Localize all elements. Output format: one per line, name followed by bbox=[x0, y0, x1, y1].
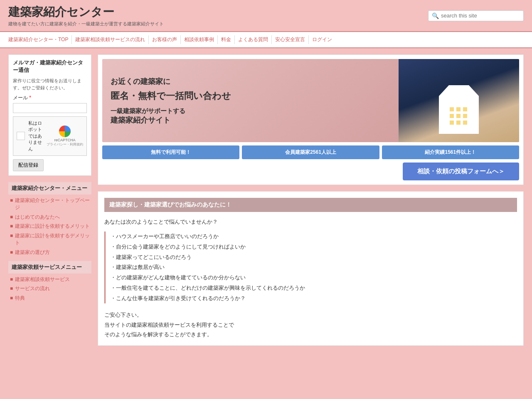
site-title: 建築家紹介センター bbox=[8, 4, 164, 20]
stat-free[interactable]: 無料で利用可能！ bbox=[102, 145, 239, 159]
problems-list: ・ハウスメーカーや工務店でいいのだろうか・自分に会う建築家をどのようにして見つけ… bbox=[104, 232, 517, 303]
main-nav: 建築家紹介センター・TOP建築家相談依頼サービスの流れお客様の声相談依頼事例料金… bbox=[0, 31, 532, 48]
recaptcha-text: 私はロボットではありません bbox=[28, 120, 43, 152]
stat-members[interactable]: 会員建築家2561人以上 bbox=[242, 145, 379, 159]
window bbox=[456, 107, 461, 111]
window bbox=[463, 121, 467, 125]
header-title-block: 建築家紹介センター 建物を建てたい方に建築家を紹介・一級建築士が運営する建築家紹… bbox=[8, 4, 164, 27]
problem-item-2: ・建築家ってどこにいるのだろう bbox=[111, 252, 517, 263]
main-content: お近くの建築家に 匿名・無料で一括問い合わせ 一級建築家がサポートする 建築家紹… bbox=[98, 54, 524, 346]
menu1-item-2[interactable]: 建築家に設計を依頼するメリット bbox=[15, 223, 90, 230]
building-illustration bbox=[399, 59, 519, 142]
list-item: ■建築家に設計を依頼するデメリット bbox=[8, 232, 91, 246]
bullet-icon: ■ bbox=[10, 197, 13, 203]
menu2-item-0[interactable]: 建築家相談依頼サービス bbox=[15, 276, 70, 283]
menu1-item-1[interactable]: はじめてのあなたへ bbox=[15, 214, 60, 221]
menu1-title: 建築家紹介センター・メニュー bbox=[8, 182, 91, 195]
header: 建築家紹介センター 建物を建てたい方に建築家を紹介・一級建築士が運営する建築家紹… bbox=[0, 0, 532, 31]
banner-image: お近くの建築家に 匿名・無料で一括問い合わせ 一級建築家がサポートする 建築家紹… bbox=[102, 59, 519, 142]
menu2-item-1[interactable]: サービスの流れ bbox=[15, 285, 50, 292]
menu1-item-3[interactable]: 建築家に設計を依頼するデメリット bbox=[15, 232, 91, 246]
nav-item-0[interactable]: 建築家紹介センター・TOP bbox=[8, 35, 72, 44]
problem-item-0: ・ハウスメーカーや工務店でいいのだろうか bbox=[111, 232, 517, 242]
search-input[interactable] bbox=[441, 12, 520, 19]
list-item: ■建築家相談依頼サービス bbox=[8, 276, 91, 283]
recaptcha-label: 私はロボットではありません bbox=[28, 120, 43, 152]
bullet-icon: ■ bbox=[10, 295, 13, 301]
reassurance-line-1: 当サイトの建築家相談依頼サービスを利用することで bbox=[104, 320, 517, 330]
menu1-list: ■建築家紹介センター・トップページ■はじめてのあなたへ■建築家に設計を依頼するメ… bbox=[8, 197, 91, 256]
required-indicator: * bbox=[29, 95, 31, 101]
nav-item-3[interactable]: 相談依頼事例 bbox=[181, 35, 218, 44]
bullet-icon: ■ bbox=[10, 286, 13, 291]
problem-item-1: ・自分に会う建築家をどのようにして見つければよいか bbox=[111, 242, 517, 252]
window bbox=[463, 114, 467, 118]
banner-stats: 無料で利用可能！ 会員建築家2561人以上 紹介実績1561件以上！ bbox=[102, 145, 519, 159]
search-box[interactable]: 🔍 bbox=[428, 10, 524, 21]
list-item: ■特典 bbox=[8, 295, 91, 302]
bullet-icon: ■ bbox=[10, 233, 13, 239]
menu1-item-0[interactable]: 建築家紹介センター・トップページ bbox=[15, 197, 91, 211]
intro-text: あなたは次のようなことで悩んでいませんか？ bbox=[104, 217, 517, 227]
email-input[interactable] bbox=[13, 103, 87, 113]
window bbox=[450, 107, 454, 111]
bullet-icon: ■ bbox=[10, 276, 13, 282]
stat-cases[interactable]: 紹介実績1561件以上！ bbox=[382, 145, 519, 159]
list-item: ■建築家紹介センター・トップページ bbox=[8, 197, 91, 211]
window bbox=[463, 107, 467, 111]
menu2-title: 建築家依頼サービスメニュー bbox=[8, 261, 91, 273]
recaptcha-logo bbox=[59, 126, 71, 137]
menu2-list: ■建築家相談依頼サービス■サービスの流れ■特典 bbox=[8, 276, 91, 302]
nav-item-5[interactable]: よくある質問 bbox=[235, 35, 272, 44]
banner-text1: お近くの建築家に bbox=[111, 76, 390, 86]
nav-item-6[interactable]: 安心安全宣言 bbox=[272, 35, 309, 44]
banner-text3: 一級建築家がサポートする bbox=[111, 107, 390, 115]
nav-item-1[interactable]: 建築家相談依頼サービスの流れ bbox=[72, 35, 149, 44]
newsletter-description: 家作りに役立つ情報をお送りします。ぜひご登録ください。 bbox=[13, 77, 87, 91]
problem-item-6: ・こんな仕事を建築家が引き受けてくれるのだろうか？ bbox=[111, 293, 517, 304]
building-shape bbox=[434, 80, 484, 134]
newsletter-box: メルマガ・建築家紹介センター通信 家作りに役立つ情報をお送りします。ぜひご登録く… bbox=[8, 54, 91, 176]
nav-item-7[interactable]: ログイン bbox=[309, 35, 335, 44]
site-subtitle: 建物を建てたい方に建築家を紹介・一級建築士が運営する建築家紹介サイト bbox=[8, 21, 164, 27]
email-label: メール * bbox=[13, 94, 87, 101]
consult-button[interactable]: 相談・依頼の投稿フォームへ＞ bbox=[403, 163, 519, 180]
sidebar-menu1: 建築家紹介センター・メニュー ■建築家紹介センター・トップページ■はじめてのあな… bbox=[8, 182, 91, 256]
recaptcha-links[interactable]: プライバシー・利用規約 bbox=[47, 142, 83, 147]
problem-item-4: ・どの建築家がどんな建物を建てているのか分からない bbox=[111, 273, 517, 283]
window bbox=[450, 114, 454, 118]
problem-item-5: ・一般住宅を建てることに、どれだけの建築家が興味を示してくれるのだろうか bbox=[111, 283, 517, 293]
bullet-icon: ■ bbox=[10, 249, 13, 255]
sidebar: メルマガ・建築家紹介センター通信 家作りに役立つ情報をお送りします。ぜひご登録く… bbox=[8, 54, 91, 346]
banner-text4: 建築家紹介サイト bbox=[111, 115, 390, 125]
nav-item-2[interactable]: お客様の声 bbox=[149, 35, 181, 44]
window bbox=[456, 121, 461, 125]
building-windows bbox=[450, 107, 468, 126]
banner-right bbox=[399, 59, 519, 142]
nav-item-4[interactable]: 料金 bbox=[218, 35, 235, 44]
subscribe-button[interactable]: 配信登録 bbox=[13, 159, 44, 171]
newsletter-title: メルマガ・建築家紹介センター通信 bbox=[13, 59, 87, 74]
banner-container: お近くの建築家に 匿名・無料で一括問い合わせ 一級建築家がサポートする 建築家紹… bbox=[98, 54, 524, 185]
list-item: ■建築家の選び方 bbox=[8, 249, 91, 256]
sidebar-menu2: 建築家依頼サービスメニュー ■建築家相談依頼サービス■サービスの流れ■特典 bbox=[8, 261, 91, 302]
window bbox=[456, 114, 461, 118]
recaptcha-widget[interactable]: 私はロボットではありません reCAPTCHA プライバシー・利用規約 bbox=[13, 116, 87, 156]
recaptcha-brand: reCAPTCHA bbox=[54, 138, 75, 142]
reassurance-text: ご安心下さい。当サイトの建築家相談依頼サービスを利用することでそのような悩みを解… bbox=[104, 310, 517, 339]
list-item: ■はじめてのあなたへ bbox=[8, 214, 91, 221]
banner-text2: 匿名・無料で一括問い合わせ bbox=[111, 90, 390, 102]
menu2-item-2[interactable]: 特典 bbox=[15, 295, 25, 302]
recaptcha-logo-block: reCAPTCHA プライバシー・利用規約 bbox=[47, 126, 83, 147]
list-item: ■建築家に設計を依頼するメリット bbox=[8, 223, 91, 230]
section-heading: 建築家探し・建築家選びでお悩みのあなたに！ bbox=[104, 198, 517, 212]
list-item: ■サービスの流れ bbox=[8, 285, 91, 292]
recaptcha-checkbox[interactable] bbox=[17, 132, 25, 140]
banner-left: お近くの建築家に 匿名・無料で一括問い合わせ 一級建築家がサポートする 建築家紹… bbox=[102, 59, 399, 142]
menu1-item-4[interactable]: 建築家の選び方 bbox=[15, 249, 50, 256]
reassurance-line-0: ご安心下さい。 bbox=[104, 310, 517, 320]
reassurance-line-2: そのような悩みを解決することができます。 bbox=[104, 330, 517, 339]
problem-item-3: ・建築家は敷居が高い bbox=[111, 262, 517, 273]
content-section: 建築家探し・建築家選びでお悩みのあなたに！ あなたは次のようなことで悩んでいませ… bbox=[98, 191, 524, 346]
window bbox=[450, 121, 454, 125]
